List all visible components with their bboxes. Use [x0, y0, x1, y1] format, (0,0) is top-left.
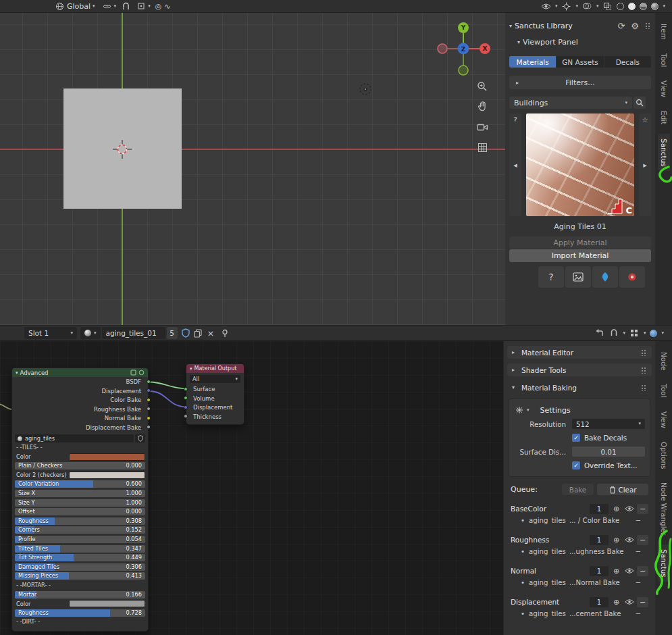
previous-material-button[interactable]: ? ◂: [509, 113, 521, 216]
slider-damaged-tiles[interactable]: Damaged Tiles0.306: [15, 563, 145, 571]
slider-tilt-strength[interactable]: Tilt Strength0.449: [15, 554, 145, 561]
chevron-down-icon[interactable]: ▾: [663, 4, 665, 9]
light-object[interactable]: [358, 82, 373, 97]
chevron-down-icon[interactable]: ▾: [644, 331, 646, 336]
remove-pass-button[interactable]: −: [637, 597, 648, 607]
material-browse-dropdown[interactable]: ▾: [80, 327, 101, 339]
slider-roughness[interactable]: Roughness0.308: [15, 517, 145, 525]
sidebar-tab-item[interactable]: Item: [658, 19, 670, 45]
proportional-falloff-icon[interactable]: ∿: [164, 3, 170, 10]
socket-dot[interactable]: [184, 396, 188, 400]
shading-solid-icon[interactable]: [628, 3, 636, 10]
sidebar-tab-tool[interactable]: Tool: [658, 379, 670, 402]
tab-gn-assets[interactable]: GN Assets: [557, 56, 603, 68]
tab-materials[interactable]: Materials: [509, 56, 556, 68]
socket-dot[interactable]: [184, 414, 188, 418]
pivot-point-dropdown[interactable]: ▾: [100, 1, 119, 11]
shading-material-icon[interactable]: [640, 3, 647, 10]
collapse-chevron-icon[interactable]: ▾: [517, 39, 520, 45]
advanced-group-node[interactable]: ▾ Advanced BSDFDisplacementColor BakeRou…: [11, 367, 149, 632]
show-gizmo-icon[interactable]: [561, 1, 571, 11]
sidebar-tab-sanctus[interactable]: Sanctus: [658, 544, 670, 582]
material-preview-image[interactable]: C: [526, 113, 634, 216]
shader-node-editor[interactable]: ▾ Advanced BSDFDisplacementColor BakeRou…: [0, 341, 503, 635]
field-size-x[interactable]: Size X1.000: [15, 490, 145, 497]
transform-orientation-dropdown[interactable]: Global ▾: [53, 1, 97, 11]
tab-decals[interactable]: Decals: [604, 56, 651, 68]
refresh-icon[interactable]: ⟳: [617, 22, 625, 30]
show-visibility-icon[interactable]: [541, 1, 551, 11]
sidebar-tab-tool[interactable]: Tool: [658, 49, 670, 72]
surface-displacement-field[interactable]: 0.01: [572, 447, 645, 457]
remove-source-button[interactable]: −: [635, 517, 641, 524]
socket-dot[interactable]: [184, 387, 188, 391]
unlink-button[interactable]: ×: [207, 329, 215, 338]
material-output-node[interactable]: ▾ Material Output All ▾ SurfaceVolumeDis…: [186, 363, 244, 425]
favorite-star-icon[interactable]: ☆: [639, 116, 651, 124]
sidebar-tab-node[interactable]: Node: [658, 347, 670, 375]
socket-dot[interactable]: [147, 388, 151, 392]
material-name-field[interactable]: aging_tiles_01: [102, 327, 165, 339]
chevron-down-icon[interactable]: ▾: [623, 331, 625, 336]
socket-dot[interactable]: [147, 425, 151, 429]
slider-tilted-tiles[interactable]: Tilted Tiles0.347: [15, 545, 145, 553]
shading-wireframe-icon[interactable]: [617, 3, 624, 10]
panel-grip-icon[interactable]: [645, 22, 651, 29]
color-swatch[interactable]: [69, 453, 145, 461]
remove-pass-button[interactable]: −: [637, 504, 648, 514]
socket-dot[interactable]: [147, 407, 151, 411]
remove-source-button[interactable]: −: [635, 548, 641, 555]
slider-plain-checkers[interactable]: Plain / Checkers0.000: [15, 462, 145, 469]
panel-grip-icon[interactable]: [641, 367, 647, 374]
category-dropdown[interactable]: Buildings ▾: [509, 97, 632, 109]
fake-user-button[interactable]: [181, 328, 191, 338]
search-button[interactable]: [634, 97, 646, 109]
socket-dot[interactable]: [184, 405, 188, 409]
resolution-dropdown[interactable]: 512 ▾: [572, 419, 645, 429]
bake-decals-checkbox[interactable]: ✓: [572, 434, 580, 442]
remove-source-button[interactable]: −: [635, 579, 641, 586]
slider-profile[interactable]: Profile0.054: [15, 536, 145, 543]
sidebar-tab-edit[interactable]: Edit: [658, 106, 670, 129]
slider-missing-pieces[interactable]: Missing Pieces0.413: [15, 572, 145, 580]
visibility-eye-icon[interactable]: [624, 567, 634, 574]
socket-dot[interactable]: [147, 380, 151, 384]
node-fake-user-button[interactable]: [135, 434, 145, 442]
output-target-dropdown[interactable]: All ▾: [190, 375, 240, 383]
remove-pass-button[interactable]: −: [637, 535, 648, 545]
xray-toggle-icon[interactable]: [602, 1, 613, 11]
help-icon[interactable]: ?: [509, 116, 521, 124]
sidebar-tab-sanctus[interactable]: Sanctus: [658, 134, 670, 172]
chevron-down-icon[interactable]: ▾: [661, 331, 664, 336]
node-group-icon[interactable]: [138, 370, 145, 376]
camera-view-button[interactable]: [475, 120, 489, 134]
pin-button[interactable]: [219, 328, 230, 338]
override-textures-checkbox[interactable]: ✓: [572, 461, 580, 469]
bake-button[interactable]: Bake: [562, 484, 594, 495]
sidebar-tab-view[interactable]: View: [658, 76, 670, 102]
slider-corners[interactable]: Corners0.152: [15, 526, 145, 534]
clear-button[interactable]: Clear: [597, 484, 648, 495]
users-count-button[interactable]: 5: [167, 327, 178, 339]
snap-magnet-icon[interactable]: [121, 1, 131, 11]
import-material-button[interactable]: Import Material: [509, 249, 651, 262]
go-to-parent-icon[interactable]: [594, 328, 604, 338]
copy-material-button[interactable]: [193, 328, 203, 338]
color-swatch[interactable]: [69, 600, 145, 607]
remove-source-button[interactable]: −: [635, 610, 641, 617]
sidebar-tab-options[interactable]: Options: [658, 437, 670, 474]
add-texture-icon[interactable]: ⊕: [611, 567, 621, 576]
pass-count-field[interactable]: 1: [590, 597, 609, 607]
panel-grip-icon[interactable]: [641, 384, 647, 391]
panel-shader-tools[interactable]: ▸ Shader Tools: [507, 363, 652, 376]
node-material-select[interactable]: aging_tiles: [15, 434, 134, 442]
proportional-editing-icon[interactable]: ◎: [155, 3, 162, 10]
output-node-header[interactable]: ▾ Material Output: [186, 364, 244, 373]
visibility-eye-icon[interactable]: [624, 505, 634, 512]
collapse-chevron-icon[interactable]: ▾: [509, 23, 512, 29]
pass-count-field[interactable]: 1: [590, 566, 609, 576]
bake-preset-icon[interactable]: [514, 405, 524, 415]
field-size-y[interactable]: Size Y1.000: [15, 499, 145, 507]
sidebar-tab-node-wrangler[interactable]: Node Wrangler: [658, 478, 670, 540]
filters-button[interactable]: ▸ Filters...: [509, 76, 651, 89]
